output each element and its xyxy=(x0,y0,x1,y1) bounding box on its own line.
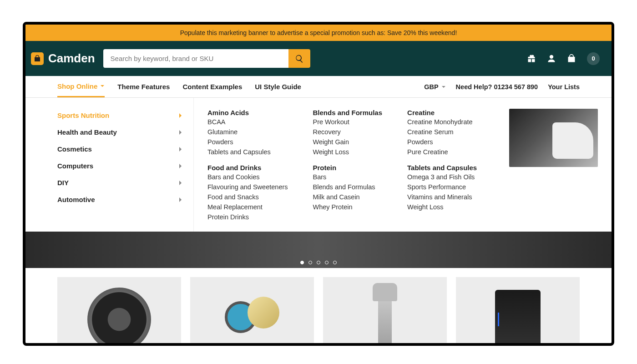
mega-category-diy[interactable]: DIY xyxy=(57,174,193,191)
chevron-down-icon xyxy=(100,84,105,88)
nav-item-ui-style-guide[interactable]: UI Style Guide xyxy=(255,76,301,97)
carousel-dot-2[interactable] xyxy=(317,261,320,264)
category-card-automotive[interactable] xyxy=(57,277,181,343)
promo-text: Populate this marketing banner to advert… xyxy=(180,29,457,36)
mega-link-flavouring-and-sweeteners[interactable]: Flavouring and Sweeteners xyxy=(207,183,288,191)
mega-link-creatine-monohydrate[interactable]: Creatine Monohydrate xyxy=(407,118,477,126)
bag-icon xyxy=(31,52,44,65)
mega-link-bars[interactable]: Bars xyxy=(313,173,383,181)
mega-group-tablets-and-capsules[interactable]: Tablets and Capsules xyxy=(407,164,477,172)
mega-content: Amino AcidsBCAAGlutaminePowdersTablets a… xyxy=(194,98,612,232)
mega-menu: Sports NutritionHealth and BeautyCosmeti… xyxy=(25,98,612,232)
mega-group-protein[interactable]: Protein xyxy=(313,164,383,172)
mega-promo-image[interactable] xyxy=(509,109,598,167)
mega-category-label: Cosmetics xyxy=(57,145,92,153)
carousel-dot-0[interactable] xyxy=(300,261,304,264)
mega-link-bcaa[interactable]: BCAA xyxy=(207,118,288,126)
mega-category-label: Computers xyxy=(57,162,93,170)
search-icon xyxy=(295,54,304,63)
mega-group-creatine[interactable]: Creatine xyxy=(407,109,477,116)
currency-label: GBP xyxy=(424,83,438,91)
user-icon[interactable] xyxy=(547,54,556,63)
currency-selector[interactable]: GBP xyxy=(424,83,445,91)
chevron-right-icon xyxy=(179,180,182,186)
mega-link-recovery[interactable]: Recovery xyxy=(313,128,383,136)
navbar: Shop OnlineTheme FeaturesContent Example… xyxy=(25,76,612,98)
mega-category-label: Health and Beauty xyxy=(57,128,117,136)
mega-link-milk-and-casein[interactable]: Milk and Casein xyxy=(313,193,383,201)
category-card-computers[interactable] xyxy=(456,277,580,343)
your-lists-link[interactable]: Your Lists xyxy=(548,83,580,91)
mega-link-sports-performance[interactable]: Sports Performance xyxy=(407,183,477,191)
cart-icon[interactable] xyxy=(567,54,576,63)
logo[interactable]: Camden xyxy=(31,51,95,66)
mega-link-powders[interactable]: Powders xyxy=(207,138,288,146)
mega-group-amino-acids[interactable]: Amino Acids xyxy=(207,109,288,116)
mega-link-meal-replacement[interactable]: Meal Replacement xyxy=(207,203,288,211)
chevron-right-icon xyxy=(179,130,182,135)
category-cards xyxy=(25,268,612,343)
brand-name: Camden xyxy=(48,51,95,66)
mega-link-glutamine[interactable]: Glutamine xyxy=(207,128,288,136)
mega-category-health-and-beauty[interactable]: Health and Beauty xyxy=(57,124,193,141)
search-button[interactable] xyxy=(288,49,310,68)
mega-category-label: Automotive xyxy=(57,196,95,203)
header-actions: 0 xyxy=(527,52,606,65)
mega-link-protein-drinks[interactable]: Protein Drinks xyxy=(207,213,288,221)
search-input[interactable] xyxy=(103,49,288,68)
nav-item-theme-features[interactable]: Theme Features xyxy=(117,76,170,97)
mega-link-powders[interactable]: Powders xyxy=(407,138,477,146)
mega-link-weight-gain[interactable]: Weight Gain xyxy=(313,138,383,146)
carousel-dots xyxy=(300,261,337,264)
mega-link-pre-workout[interactable]: Pre Workout xyxy=(313,118,383,126)
mega-category-computers[interactable]: Computers xyxy=(57,157,193,174)
nav-item-content-examples[interactable]: Content Examples xyxy=(182,76,242,97)
mega-link-weight-loss[interactable]: Weight Loss xyxy=(313,148,383,156)
mega-link-omega-3-and-fish-oils[interactable]: Omega 3 and Fish Oils xyxy=(407,173,477,181)
search xyxy=(103,49,310,68)
mega-group-blends-and-formulas[interactable]: Blends and Formulas xyxy=(313,109,383,116)
mega-category-cosmetics[interactable]: Cosmetics xyxy=(57,141,193,157)
cart-count-badge[interactable]: 0 xyxy=(587,52,600,65)
category-card-cosmetics[interactable] xyxy=(190,277,314,343)
mega-link-bars-and-cookies[interactable]: Bars and Cookies xyxy=(207,173,288,181)
help-phone[interactable]: Need Help? 01234 567 890 xyxy=(456,83,538,91)
chevron-right-icon xyxy=(179,197,182,202)
category-card-diy[interactable] xyxy=(323,277,447,343)
mega-category-sports-nutrition[interactable]: Sports Nutrition xyxy=(57,107,193,124)
mega-link-food-and-snacks[interactable]: Food and Snacks xyxy=(207,193,288,201)
mega-category-automotive[interactable]: Automotive xyxy=(57,191,193,208)
mega-link-whey-protein[interactable]: Whey Protein xyxy=(313,203,383,211)
carousel-dot-1[interactable] xyxy=(308,261,312,264)
mega-link-pure-creatine[interactable]: Pure Creatine xyxy=(407,148,477,156)
chevron-down-icon xyxy=(441,85,446,89)
mega-category-label: DIY xyxy=(57,179,69,187)
mega-link-creatine-serum[interactable]: Creatine Serum xyxy=(407,128,477,136)
mega-group-food-and-drinks[interactable]: Food and Drinks xyxy=(207,164,288,172)
gift-icon[interactable] xyxy=(527,54,536,63)
mega-category-label: Sports Nutrition xyxy=(57,111,109,119)
nav-item-shop-online[interactable]: Shop Online xyxy=(57,76,105,97)
mega-categories: Sports NutritionHealth and BeautyCosmeti… xyxy=(57,98,194,232)
mega-link-blends-and-formulas[interactable]: Blends and Formulas xyxy=(313,183,383,191)
mega-link-vitamins-and-minerals[interactable]: Vitamins and Minerals xyxy=(407,193,477,201)
mega-link-weight-loss[interactable]: Weight Loss xyxy=(407,203,477,211)
hero-carousel xyxy=(25,232,612,268)
carousel-dot-4[interactable] xyxy=(333,261,337,264)
promo-banner: Populate this marketing banner to advert… xyxy=(25,25,612,41)
mega-link-tablets-and-capsules[interactable]: Tablets and Capsules xyxy=(207,148,288,156)
chevron-right-icon xyxy=(179,163,182,169)
chevron-right-icon xyxy=(179,147,182,152)
carousel-dot-3[interactable] xyxy=(325,261,329,264)
header: Camden 0 xyxy=(25,41,612,76)
chevron-right-icon xyxy=(179,113,182,118)
